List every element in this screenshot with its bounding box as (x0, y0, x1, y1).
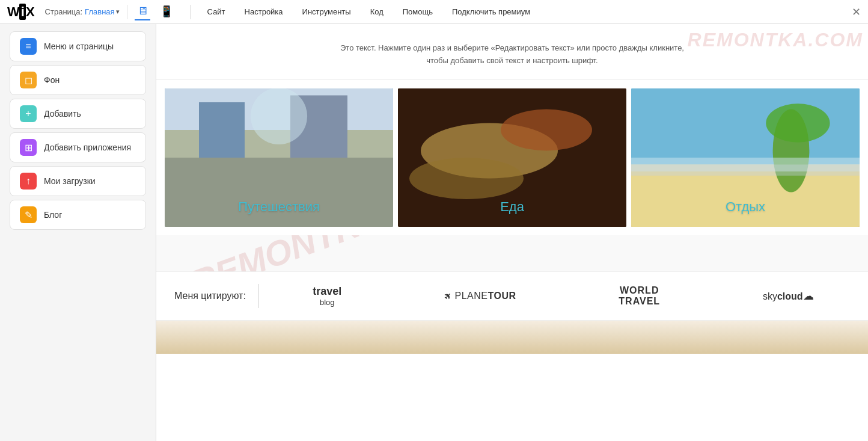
desktop-icon[interactable]: 🖥 (135, 4, 150, 20)
sponsor-cloud-icon: ☁ (803, 290, 814, 302)
bottom-section: REMONTKA.COM (156, 321, 868, 354)
sidebar-label-uploads: Мои загрузки (44, 176, 96, 186)
sidebar-item-blog[interactable]: ✎ Блог (10, 200, 146, 230)
card-travel[interactable]: Путешествия (165, 88, 393, 227)
section-gap: REMONTKA (156, 235, 868, 271)
sidebar-label-add: Добавить (44, 109, 81, 119)
bg-icon: ◻ (20, 72, 37, 88)
mobile-icon[interactable]: 📱 (157, 4, 176, 20)
watermark-mid: REMONTKA (186, 235, 389, 271)
sidebar-label-bg: Фон (44, 75, 60, 85)
sponsor-travel-blog: travel blog (313, 285, 341, 307)
beach-bottom (156, 321, 868, 354)
nav-premium[interactable]: Подключить премиум (442, 0, 540, 24)
svg-rect-4 (165, 158, 393, 227)
toolbar-divider-1 (127, 5, 127, 19)
sidebar-item-apps[interactable]: ⊞ Добавить приложения (10, 132, 146, 162)
toolbar-divider-2 (190, 5, 191, 19)
sidebar-label-menu: Меню и страницы (44, 42, 114, 51)
sidebar-label-apps: Добавить приложения (44, 143, 131, 152)
sponsor-sky: sky (763, 291, 777, 301)
text-section[interactable]: Это текст. Нажмите один раз и выберите «… (156, 24, 868, 80)
sidebar-item-add[interactable]: + Добавить (10, 99, 146, 129)
sidebar-item-menu[interactable]: ≡ Меню и страницы (10, 31, 146, 61)
sidebar-item-uploads[interactable]: ↑ Мои загрузки (10, 166, 146, 196)
blog-icon: ✎ (20, 206, 37, 223)
page-dropdown-icon[interactable]: ▾ (116, 8, 120, 16)
page-label: Страница: (45, 7, 83, 16)
image-grid: Путешествия Еда (156, 80, 868, 235)
sponsor-planet: PLANE (455, 291, 488, 301)
sponsor-world: WORLDTRAVEL (619, 285, 660, 306)
sponsor-tour: TOUR (488, 291, 516, 301)
sponsor-cloud: cloud (777, 291, 803, 301)
svg-point-14 (766, 103, 830, 142)
nav-tools[interactable]: Инструменты (293, 0, 361, 24)
hint-text: Это текст. Нажмите один раз и выберите «… (180, 42, 844, 67)
apps-icon: ⊞ (20, 139, 37, 156)
sponsors-label: Меня цитируют: (174, 291, 246, 301)
uploads-icon: ↑ (20, 173, 37, 190)
toolbar: WiX Страница: Главная ▾ 🖥 📱 Сайт Настрой… (0, 0, 868, 24)
sidebar-item-bg[interactable]: ◻ Фон (10, 65, 146, 95)
sponsors-section: Меня цитируют: travel blog ✈ PLANETOUR W… (156, 271, 868, 321)
sponsor-planetour: ✈ PLANETOUR (444, 291, 516, 301)
page-name-link[interactable]: Главная (85, 7, 114, 16)
device-icons: 🖥 📱 (135, 4, 176, 20)
canvas-area: REMONTKA.COM Это текст. Нажмите один раз… (156, 24, 868, 441)
sponsor-travel-light: blog (313, 298, 341, 307)
wix-logo: WiX (7, 4, 34, 20)
travel-label: Путешествия (238, 199, 320, 215)
nav-settings[interactable]: Настройка (235, 0, 293, 24)
card-relax[interactable]: Отдых (631, 88, 860, 227)
gap-section: REMONTKA (156, 235, 868, 271)
add-icon: + (20, 105, 37, 122)
food-label: Еда (500, 199, 524, 215)
canvas-inner: REMONTKA.COM Это текст. Нажмите один раз… (156, 24, 868, 441)
plane-icon: ✈ (442, 290, 454, 302)
sponsors-logos: travel blog ✈ PLANETOUR WORLDTRAVEL skyc… (277, 285, 850, 307)
svg-point-5 (251, 88, 307, 144)
sponsor-travel-bold: travel (313, 285, 341, 297)
close-icon[interactable]: ✕ (852, 5, 861, 19)
nav-code[interactable]: Код (361, 0, 393, 24)
sponsors-divider (258, 284, 258, 308)
sponsor-skycloud: skycloud☁ (763, 289, 814, 303)
card-food[interactable]: Еда (398, 88, 626, 227)
relax-label: Отдых (726, 199, 765, 215)
svg-rect-16 (631, 164, 860, 175)
toolbar-nav: Сайт Настройка Инструменты Код Помощь По… (198, 0, 852, 24)
nav-help[interactable]: Помощь (393, 0, 442, 24)
menu-icon: ≡ (20, 38, 37, 55)
sidebar: ≡ Меню и страницы ◻ Фон + Добавить ⊞ Доб… (0, 24, 156, 441)
sidebar-label-blog: Блог (44, 210, 62, 220)
sponsor-world-travel: WORLDTRAVEL (619, 285, 660, 306)
main-layout: ≡ Меню и страницы ◻ Фон + Добавить ⊞ Доб… (0, 24, 868, 441)
nav-site[interactable]: Сайт (198, 0, 235, 24)
